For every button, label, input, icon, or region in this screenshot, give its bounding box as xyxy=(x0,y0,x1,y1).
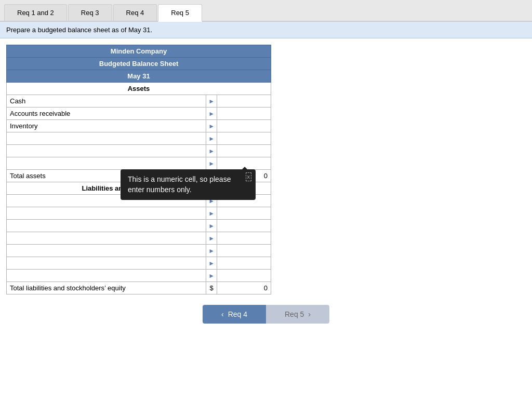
date-cell: May 31 xyxy=(7,70,271,83)
table-row: ► xyxy=(7,257,271,270)
sheet-title-cell: Budgeted Balance Sheet xyxy=(7,58,271,70)
liabilities-header-cell: Liabilities and Stockholders’ Equity xyxy=(7,182,271,195)
tab-req4[interactable]: Req 4 xyxy=(113,4,157,21)
table-row: ► xyxy=(7,195,271,207)
assets-header-cell: Assets xyxy=(7,83,271,95)
liability-input-4[interactable] xyxy=(217,232,271,245)
liability-input-1[interactable] xyxy=(217,195,271,207)
liability-arrow-2: ► xyxy=(206,207,217,220)
table-row: ► xyxy=(7,220,271,232)
liability-label-7 xyxy=(7,270,206,282)
assets-header-row: Assets xyxy=(7,83,271,95)
asset-extra-arrow-2: ► xyxy=(206,145,217,157)
ar-arrow: ► xyxy=(206,108,217,120)
liability-arrow-5: ► xyxy=(206,245,217,257)
liability-label-4 xyxy=(7,232,206,245)
instruction-text: Prepare a budgeted balance sheet as of M… xyxy=(6,26,152,34)
liability-arrow-3: ► xyxy=(206,220,217,232)
liability-label-6 xyxy=(7,257,206,270)
prev-button[interactable]: ‹ Req 4 xyxy=(203,305,266,324)
next-button[interactable]: Req 5 › xyxy=(266,305,329,324)
table-row: Accounts receivable ► xyxy=(7,108,271,120)
prev-button-label: Req 4 xyxy=(228,310,247,318)
total-assets-dollar: $ xyxy=(206,170,217,182)
liability-arrow-4: ► xyxy=(206,232,217,245)
next-button-label: Req 5 xyxy=(285,310,304,318)
company-name-row: Minden Company xyxy=(7,45,271,58)
asset-extra-label-3 xyxy=(7,157,206,170)
asset-extra-arrow-1: ► xyxy=(206,132,217,145)
total-assets-row: Total assets $ 0 xyxy=(7,170,271,182)
asset-extra-arrow-3: ► xyxy=(206,157,217,170)
tab-bar: Req 1 and 2 Req 3 Req 4 Req 5 xyxy=(0,0,532,22)
liability-input-2[interactable] xyxy=(217,207,271,220)
total-assets-label: Total assets xyxy=(7,170,206,182)
company-name-cell: Minden Company xyxy=(7,45,271,58)
ar-input[interactable] xyxy=(217,108,271,120)
liability-input-3[interactable] xyxy=(217,220,271,232)
total-assets-value: 0 xyxy=(217,170,271,182)
table-row: Cash ► xyxy=(7,95,271,108)
inventory-label: Inventory xyxy=(7,120,206,132)
table-row: Inventory ► xyxy=(7,120,271,132)
liability-input-5[interactable] xyxy=(217,245,271,257)
liability-arrow-1: ► xyxy=(206,195,217,207)
ar-label: Accounts receivable xyxy=(7,108,206,120)
inventory-input[interactable] xyxy=(217,120,271,132)
total-liabilities-label: Total liabilities and stockholders’ equi… xyxy=(7,282,206,294)
table-row: ► xyxy=(7,270,271,282)
prev-arrow-icon: ‹ xyxy=(221,310,224,318)
table-row: ► xyxy=(7,207,271,220)
instruction-bar: Prepare a budgeted balance sheet as of M… xyxy=(0,22,532,38)
sheet-title-row: Budgeted Balance Sheet xyxy=(7,58,271,70)
total-liabilities-row: Total liabilities and stockholders’ equi… xyxy=(7,282,271,294)
liabilities-header-row: Liabilities and Stockholders’ Equity xyxy=(7,182,271,195)
liability-arrow-6: ► xyxy=(206,257,217,270)
liability-arrow-7: ► xyxy=(206,270,217,282)
tab-req5[interactable]: Req 5 xyxy=(158,4,202,22)
date-row: May 31 xyxy=(7,70,271,83)
liability-label-3 xyxy=(7,220,206,232)
total-liabilities-value: 0 xyxy=(217,282,271,294)
liability-label-1 xyxy=(7,195,206,207)
next-arrow-icon: › xyxy=(308,310,311,318)
asset-extra-input-3[interactable] xyxy=(217,157,271,170)
asset-extra-label-1 xyxy=(7,132,206,145)
inventory-arrow: ► xyxy=(206,120,217,132)
liability-label-2 xyxy=(7,207,206,220)
table-row: ► xyxy=(7,145,271,157)
cash-arrow: ► xyxy=(206,95,217,108)
asset-extra-input-2[interactable] xyxy=(217,145,271,157)
main-content: Minden Company Budgeted Balance Sheet Ma… xyxy=(0,38,532,340)
tab-req12[interactable]: Req 1 and 2 xyxy=(4,4,67,21)
table-row: ► xyxy=(7,245,271,257)
liability-input-6[interactable] xyxy=(217,257,271,270)
liability-input-7[interactable] xyxy=(217,270,271,282)
total-liabilities-dollar: $ xyxy=(206,282,217,294)
asset-extra-input-1[interactable] xyxy=(217,132,271,145)
table-row: ► xyxy=(7,157,271,170)
cash-input[interactable] xyxy=(217,95,271,108)
nav-buttons: ‹ Req 4 Req 5 › xyxy=(6,305,526,334)
liability-label-5 xyxy=(7,245,206,257)
table-row: ► xyxy=(7,232,271,245)
cash-label: Cash xyxy=(7,95,206,108)
asset-extra-label-2 xyxy=(7,145,206,157)
tab-req3[interactable]: Req 3 xyxy=(68,4,112,21)
table-row: ► xyxy=(7,132,271,145)
balance-sheet-table: Minden Company Budgeted Balance Sheet Ma… xyxy=(6,45,271,294)
